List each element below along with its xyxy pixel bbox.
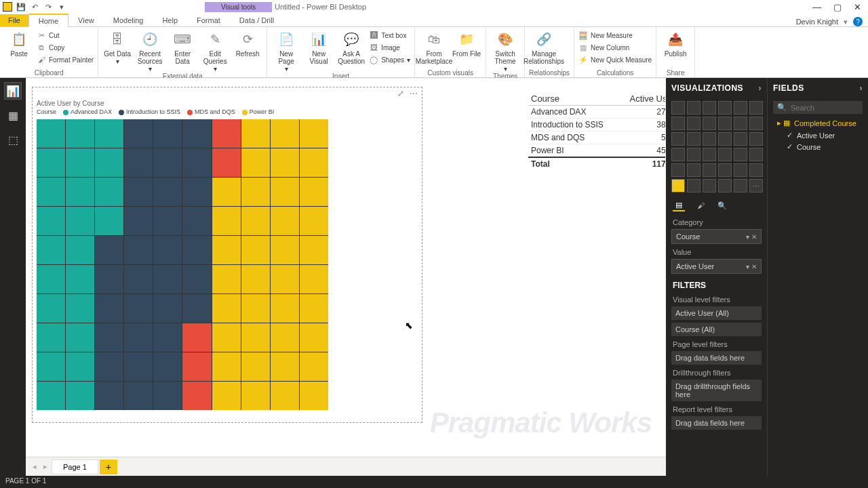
report-view-button[interactable]: 📊	[4, 82, 22, 100]
tab-format[interactable]: Format	[187, 14, 230, 26]
viz-type-icon[interactable]	[734, 132, 747, 146]
qat-dropdown-icon[interactable]: ▾	[57, 2, 66, 12]
viz-type-icon[interactable]	[718, 163, 732, 177]
publish-button[interactable]: 📤Publish	[660, 28, 690, 58]
table-node[interactable]: ▸ ▦ Completed Course	[768, 117, 868, 129]
new-page-button[interactable]: 📄New Page▾	[271, 28, 301, 73]
page-next-button[interactable]: ▸	[41, 462, 50, 471]
collapse-viz-icon[interactable]: ›	[759, 83, 762, 93]
viz-type-icon[interactable]	[703, 132, 716, 146]
fields-search[interactable]: 🔍	[773, 101, 863, 114]
report-canvas[interactable]: ⤢ ⋯ Active User by Course Course Advance…	[26, 79, 665, 456]
viz-type-icon[interactable]	[671, 163, 685, 177]
user-chevron-icon[interactable]: ▾	[844, 18, 848, 26]
shapes-button[interactable]: ◯Shapes ▾	[369, 54, 410, 65]
viz-type-icon[interactable]	[703, 179, 716, 192]
viz-type-icon[interactable]	[703, 163, 716, 177]
paste-button[interactable]: 📋Paste	[4, 28, 34, 58]
add-page-button[interactable]: +	[100, 460, 117, 474]
viz-type-icon[interactable]	[687, 148, 701, 161]
more-options-icon[interactable]: ⋯	[410, 89, 418, 98]
page-filter-drop[interactable]: Drag data fields here	[671, 351, 762, 365]
tab-view[interactable]: View	[68, 14, 104, 26]
viz-type-icon[interactable]	[749, 148, 763, 161]
viz-type-icon[interactable]	[718, 179, 732, 192]
fields-tab-icon[interactable]: ▤	[673, 199, 685, 211]
viz-type-icon[interactable]	[671, 117, 685, 130]
close-button[interactable]: ✕	[854, 2, 861, 12]
viz-type-icon[interactable]	[687, 163, 701, 177]
viz-type-icon[interactable]	[749, 163, 763, 177]
visual-filter-active-user[interactable]: Active User (All)	[671, 306, 762, 320]
viz-type-icon[interactable]	[734, 101, 747, 115]
viz-type-icon[interactable]	[734, 179, 747, 192]
viz-type-icon[interactable]	[687, 117, 701, 130]
format-tab-icon[interactable]: 🖌	[694, 199, 707, 211]
image-button[interactable]: 🖼Image	[369, 42, 410, 53]
drillthrough-drop[interactable]: Drag drillthrough fields here	[671, 380, 762, 401]
viz-type-icon[interactable]	[749, 132, 763, 146]
viz-type-icon[interactable]	[718, 148, 732, 161]
fields-search-input[interactable]	[791, 104, 859, 112]
copy-button[interactable]: ⧉Copy	[37, 42, 94, 53]
viz-type-icon[interactable]	[687, 132, 701, 146]
viz-type-icon[interactable]	[718, 101, 732, 115]
new-visual-button[interactable]: 📊New Visual	[304, 28, 334, 65]
tab-modeling[interactable]: Modeling	[104, 14, 153, 26]
enter-data-button[interactable]: ⌨Enter Data	[167, 28, 197, 65]
viz-type-icon[interactable]	[734, 163, 747, 177]
field-course[interactable]: ✓Course	[768, 141, 868, 152]
signed-in-user[interactable]: Devin Knight	[796, 18, 838, 26]
category-well[interactable]: Course▾ ✕	[671, 229, 762, 244]
new-column-button[interactable]: ▥New Column	[578, 42, 652, 53]
viz-type-icon[interactable]	[671, 148, 685, 161]
maximize-button[interactable]: ▢	[833, 2, 842, 12]
value-well[interactable]: Active User▾ ✕	[671, 259, 762, 274]
quick-measure-button[interactable]: ⚡New Quick Measure	[578, 54, 652, 65]
get-data-button[interactable]: 🗄Get Data▾	[102, 28, 132, 65]
switch-theme-button[interactable]: 🎨Switch Theme▾	[490, 28, 520, 73]
textbox-button[interactable]: 🅰Text box	[369, 30, 410, 41]
viz-type-icon[interactable]	[718, 132, 732, 146]
manage-relationships-button[interactable]: 🔗Manage Relationships	[529, 28, 559, 65]
viz-type-icon[interactable]	[671, 179, 685, 192]
viz-type-icon[interactable]	[687, 101, 701, 115]
viz-type-icon[interactable]	[703, 148, 716, 161]
file-tab[interactable]: File	[0, 14, 28, 26]
table-visual[interactable]: CourseActive User Advanced DAX2753 Intro…	[528, 92, 665, 170]
viz-type-icon[interactable]	[749, 101, 763, 115]
viz-type-icon[interactable]	[671, 101, 685, 115]
edit-queries-button[interactable]: ✎Edit Queries▾	[200, 28, 230, 73]
viz-type-icon[interactable]	[703, 101, 716, 115]
viz-type-icon[interactable]	[734, 148, 747, 161]
model-view-button[interactable]: ⬚	[4, 131, 22, 148]
tab-home[interactable]: Home	[28, 14, 68, 27]
refresh-button[interactable]: ⟳Refresh	[233, 28, 262, 58]
minimize-button[interactable]: —	[812, 2, 821, 12]
viz-type-icon[interactable]	[687, 179, 701, 192]
new-measure-button[interactable]: 🧮New Measure	[578, 30, 652, 41]
data-view-button[interactable]: ▦	[4, 106, 22, 124]
collapse-fields-icon[interactable]: ›	[860, 83, 863, 93]
page-tab[interactable]: Page 1	[52, 460, 98, 474]
analytics-tab-icon[interactable]: 🔍	[716, 199, 728, 211]
visual-filter-course[interactable]: Course (All)	[671, 323, 762, 336]
undo-icon[interactable]: ↶	[30, 2, 39, 12]
format-painter-button[interactable]: 🖌Format Painter	[37, 54, 94, 65]
recent-sources-button[interactable]: 🕘Recent Sources▾	[135, 28, 165, 73]
cut-button[interactable]: ✂Cut	[37, 30, 94, 41]
report-filter-drop[interactable]: Drag data fields here	[671, 416, 762, 430]
from-marketplace-button[interactable]: 🛍From Marketplace	[419, 28, 449, 65]
waffle-chart-visual[interactable]: ⤢ ⋯ Active User by Course Course Advance…	[32, 87, 422, 423]
page-prev-button[interactable]: ◂	[30, 462, 39, 471]
viz-type-icon[interactable]: ⋯	[749, 179, 763, 192]
viz-type-icon[interactable]	[749, 117, 763, 130]
save-icon[interactable]: 💾	[16, 2, 26, 12]
ask-question-button[interactable]: 💬Ask A Question	[336, 28, 366, 65]
from-file-button[interactable]: 📁From File	[452, 28, 481, 58]
tab-help[interactable]: Help	[153, 14, 187, 26]
viz-type-icon[interactable]	[671, 132, 685, 146]
viz-type-icon[interactable]	[718, 117, 732, 130]
viz-type-icon[interactable]	[734, 117, 747, 130]
viz-type-icon[interactable]	[703, 117, 716, 130]
